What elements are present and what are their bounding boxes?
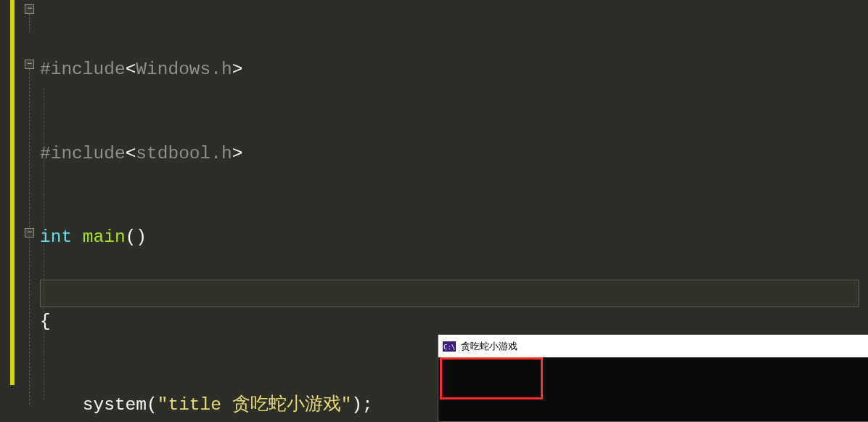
fold-toggle[interactable]: − — [25, 60, 34, 69]
console-window[interactable]: C:\ 贪吃蛇小游戏 — [438, 334, 868, 422]
fold-toggle[interactable]: − — [25, 4, 34, 14]
change-marker — [10, 0, 15, 385]
code-editor[interactable]: − − − #include<Windows.h> #include<stdbo… — [0, 0, 868, 422]
string-literal: "title 贪吃蛇小游戏" — [157, 395, 352, 415]
brace-open: { — [40, 312, 51, 331]
console-title-text: 贪吃蛇小游戏 — [461, 340, 517, 353]
preproc-directive: #include — [40, 144, 126, 163]
code-line[interactable]: { — [40, 308, 868, 336]
fold-line — [29, 14, 30, 33]
editor-gutter: − − − — [0, 0, 40, 422]
console-titlebar[interactable]: C:\ 贪吃蛇小游戏 — [438, 335, 868, 357]
code-line[interactable]: #include<stdbool.h> — [40, 140, 868, 169]
annotation-highlight — [440, 357, 543, 399]
include-header: Windows.h — [136, 60, 232, 79]
code-line[interactable]: #include<Windows.h> — [40, 56, 868, 84]
include-header: stdbool.h — [136, 144, 232, 163]
fold-toggle[interactable]: − — [25, 228, 34, 238]
type-keyword: int — [40, 227, 72, 247]
function-name: system — [83, 395, 147, 415]
function-name: main — [83, 227, 126, 247]
preproc-directive: #include — [40, 60, 126, 79]
code-line[interactable]: int main() — [40, 224, 868, 252]
console-body[interactable] — [438, 357, 868, 421]
console-icon: C:\ — [443, 341, 456, 352]
